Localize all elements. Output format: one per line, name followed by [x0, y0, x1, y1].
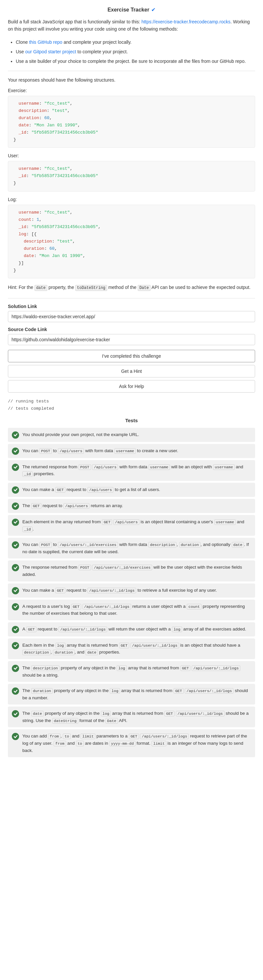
test-pass-icon-1: [12, 431, 19, 439]
test-pass-icon-2: [12, 447, 19, 455]
method-list: Clone this GitHub repo and complete your…: [16, 38, 255, 66]
test-item-6: Each element in the array returned from …: [8, 515, 255, 536]
test-item-16: You can add from, to and limit parameter…: [8, 729, 255, 757]
page-header: Exercise Tracker ✔: [8, 6, 255, 13]
hint-text: Hint: For the date property, the toDateS…: [8, 284, 255, 291]
test-pass-icon-12: [12, 642, 19, 649]
test-pass-icon-10: [12, 603, 19, 611]
bullet-item-3: Use a site builder of your choice to com…: [16, 57, 255, 65]
hint-button[interactable]: Get a Hint: [8, 365, 255, 377]
divider-1: [8, 71, 255, 71]
test-text-3: The returned response from POST /api/use…: [22, 463, 251, 477]
user-code-block: username: "fcc_test", _id: "5fb5853f7342…: [8, 161, 255, 191]
running-tests-block: // running tests // tests completed: [8, 398, 255, 412]
completed-button[interactable]: I've completed this challenge: [8, 350, 255, 362]
test-item-3: The returned response from POST /api/use…: [8, 460, 255, 481]
running-line-2: // tests completed: [8, 405, 255, 412]
test-pass-icon-5: [12, 503, 19, 510]
test-pass-icon-11: [12, 626, 19, 633]
test-text-12: Each item in the log array that is retur…: [22, 642, 251, 656]
test-pass-icon-13: [12, 665, 19, 672]
test-text-7: You can POST to /api/users/:_id/exercise…: [22, 541, 251, 555]
divider-2: [8, 298, 255, 299]
test-item-12: Each item in the log array that is retur…: [8, 638, 255, 659]
intro-link[interactable]: https://exercise-tracker.freecodecamp.ro…: [141, 19, 230, 24]
tests-title: Tests: [8, 418, 255, 423]
solution-label: Solution Link: [8, 304, 255, 309]
test-item-5: The GET request to /api/users returns an…: [8, 499, 255, 513]
log-code-block: username: "fcc_test", count: 1, _id: "5f…: [8, 205, 255, 279]
test-item-8: The response returned from POST /api/use…: [8, 560, 255, 581]
source-input[interactable]: [8, 334, 255, 345]
test-pass-icon-4: [12, 486, 19, 494]
source-label: Source Code Link: [8, 327, 255, 332]
structure-desc: Your responses should have the following…: [8, 76, 255, 84]
test-text-8: The response returned from POST /api/use…: [22, 564, 251, 578]
bullet-item-2: Use our Gitpod starter project to comple…: [16, 48, 255, 56]
test-pass-icon-15: [12, 710, 19, 718]
test-text-6: Each element in the array returned from …: [22, 518, 251, 533]
test-item-4: You can make a GET request to /api/users…: [8, 483, 255, 497]
page-title: Exercise Tracker: [108, 7, 149, 13]
test-pass-icon-14: [12, 687, 19, 695]
github-repo-link[interactable]: this GitHub repo: [29, 40, 62, 45]
hint-date-code: date: [35, 285, 48, 291]
test-item-11: A GET request to /api/users/:_id/logs wi…: [8, 622, 255, 636]
intro-paragraph: Build a full stack JavaScript app that i…: [8, 18, 255, 33]
verified-badge: ✔: [151, 6, 155, 13]
test-pass-icon-6: [12, 519, 19, 526]
solution-input[interactable]: [8, 311, 255, 322]
user-label: User:: [8, 153, 255, 158]
test-text-13: The description property of any object i…: [22, 664, 251, 679]
hint-date-api-code: Date: [138, 285, 151, 291]
test-text-15: The date property of any object in the l…: [22, 710, 251, 724]
hint-method-code: toDateString: [75, 285, 107, 291]
test-text-1: You should provide your own project, not…: [22, 431, 251, 438]
test-pass-icon-16: [12, 733, 19, 740]
test-item-9: You can make a GET request to /api/users…: [8, 584, 255, 598]
log-label: Log:: [8, 197, 255, 202]
test-pass-icon-9: [12, 587, 19, 594]
test-text-10: A request to a user's log GET /api/users…: [22, 603, 251, 617]
test-pass-icon-8: [12, 564, 19, 571]
test-item-13: The description property of any object i…: [8, 661, 255, 682]
test-pass-icon-3: [12, 464, 19, 471]
tests-section: Tests You should provide your own projec…: [8, 418, 255, 757]
gitpod-link[interactable]: our Gitpod starter project: [25, 49, 76, 54]
running-line-1: // running tests: [8, 398, 255, 405]
test-text-14: The duration property of any object in t…: [22, 687, 251, 701]
test-item-15: The date property of any object in the l…: [8, 706, 255, 727]
source-section: Source Code Link: [8, 327, 255, 345]
test-pass-icon-7: [12, 541, 19, 549]
exercise-label: Exercise:: [8, 88, 255, 93]
test-item-10: A request to a user's log GET /api/users…: [8, 600, 255, 620]
test-text-16: You can add from, to and limit parameter…: [22, 733, 251, 754]
test-text-4: You can make a GET request to /api/users…: [22, 486, 251, 493]
test-item-1: You should provide your own project, not…: [8, 428, 255, 442]
exercise-code-block: username: "fcc_test", description: "test…: [8, 96, 255, 148]
test-text-9: You can make a GET request to /api/users…: [22, 587, 251, 594]
test-text-2: You can POST to /api/users with form dat…: [22, 447, 251, 455]
test-item-7: You can POST to /api/users/:_id/exercise…: [8, 538, 255, 558]
test-item-2: You can POST to /api/users with form dat…: [8, 444, 255, 458]
solution-section: Solution Link: [8, 304, 255, 322]
test-text-5: The GET request to /api/users returns an…: [22, 502, 251, 509]
test-item-14: The duration property of any object in t…: [8, 684, 255, 705]
help-button[interactable]: Ask for Help: [8, 380, 255, 393]
bullet-item-1: Clone this GitHub repo and complete your…: [16, 38, 255, 46]
test-text-11: A GET request to /api/users/:_id/logs wi…: [22, 625, 251, 633]
